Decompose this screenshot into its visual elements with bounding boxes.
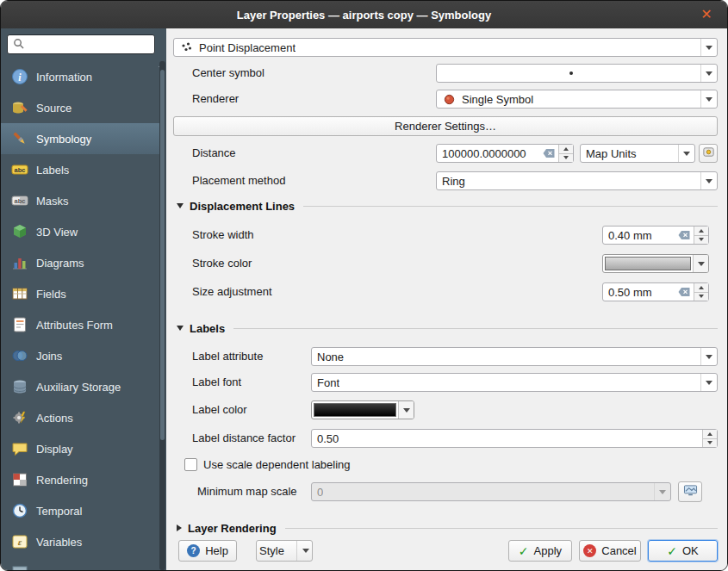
sidebar-item-attributes-form[interactable]: Attributes Form	[1, 309, 160, 340]
close-button[interactable]: ✕	[698, 6, 715, 23]
layer-rendering-group-header[interactable]: Layer Rendering	[177, 520, 718, 536]
form-icon	[11, 316, 28, 333]
sidebar-item-label: Information	[36, 71, 92, 84]
symbology-panel: Point Displacement Center symbol Rendere…	[166, 28, 728, 571]
sidebar-item-masks[interactable]: abc Masks	[1, 185, 160, 216]
spin-up-button[interactable]	[694, 227, 708, 235]
sidebar-item-labels[interactable]: abc Labels	[1, 154, 160, 185]
chevron-down-icon	[700, 90, 717, 108]
clear-backspace-icon[interactable]	[539, 148, 558, 158]
sidebar-item-fields[interactable]: Fields	[1, 278, 160, 309]
sidebar-item-display[interactable]: Display	[1, 433, 160, 464]
checkerboard-icon	[11, 471, 28, 488]
symbology-paintbrush-icon	[11, 130, 28, 147]
renderer-select[interactable]: Single Symbol	[436, 90, 718, 109]
scrollbar-thumb[interactable]	[160, 70, 165, 440]
cancel-label: Cancel	[601, 544, 636, 557]
sidebar-item-diagrams[interactable]: Diagrams	[1, 247, 160, 278]
sidebar-item-variables[interactable]: ε Variables	[1, 526, 160, 557]
renderer-settings-button[interactable]: Renderer Settings…	[173, 116, 718, 136]
spin-down-button[interactable]	[694, 235, 708, 245]
sidebar-search-input[interactable]	[7, 34, 155, 54]
spin-up-button[interactable]	[703, 430, 717, 438]
spin-down-button[interactable]	[703, 438, 717, 448]
label-distance-factor-value: 0.50	[317, 432, 339, 445]
labels-abc-icon: abc	[11, 161, 28, 178]
expand-triangle-icon	[177, 524, 182, 531]
label-distance-factor-input[interactable]: 0.50	[311, 429, 718, 448]
placement-method-label: Placement method	[192, 171, 285, 190]
renderer-value: Single Symbol	[462, 93, 533, 106]
sidebar-item-3d-view[interactable]: 3D View	[1, 216, 160, 247]
sidebar-item-partial[interactable]	[1, 557, 160, 570]
center-symbol-select[interactable]	[436, 64, 718, 83]
sidebar-item-label: Actions	[36, 412, 73, 425]
label-attribute-select[interactable]: None	[311, 347, 718, 366]
sidebar-item-temporal[interactable]: Temporal	[1, 495, 160, 526]
stroke-width-value: 0.40 mm	[608, 229, 652, 242]
distance-units-value: Map Units	[586, 147, 637, 160]
clear-backspace-icon[interactable]	[675, 230, 694, 240]
bar-chart-icon	[11, 254, 28, 271]
green-check-icon: ✓	[667, 545, 677, 557]
minimum-map-scale-value: 0	[317, 486, 323, 499]
label-color-button[interactable]	[311, 400, 414, 419]
collapse-triangle-icon	[177, 203, 184, 208]
apply-button[interactable]: ✓ Apply	[508, 540, 572, 562]
sidebar-item-rendering[interactable]: Rendering	[1, 464, 160, 495]
label-color-dropdown-button[interactable]	[398, 401, 414, 419]
placement-method-select[interactable]: Ring	[436, 171, 718, 190]
cancel-button[interactable]: ✕ Cancel	[579, 540, 641, 562]
distance-units-select[interactable]: Map Units	[580, 144, 695, 163]
renderer-type-select[interactable]: Point Displacement	[173, 38, 718, 57]
sidebar-item-label: Symbology	[36, 133, 91, 146]
size-adjustment-label: Size adjustment	[192, 282, 272, 301]
sidebar-item-label: Attributes Form	[36, 319, 113, 332]
sidebar-item-label: Rendering	[36, 474, 88, 487]
joins-venn-icon	[11, 347, 28, 364]
spin-up-button[interactable]	[694, 283, 708, 292]
size-adjustment-spinner	[694, 283, 708, 301]
sidebar-item-label: Labels	[36, 164, 69, 177]
stroke-width-input[interactable]: 0.40 mm	[602, 226, 709, 245]
placement-method-value: Ring	[442, 175, 465, 188]
data-defined-override-button[interactable]	[699, 144, 718, 163]
stroke-color-button[interactable]	[602, 254, 709, 273]
style-button[interactable]: Style	[256, 540, 313, 562]
spin-up-button[interactable]	[559, 145, 573, 153]
minimum-map-scale-input[interactable]: 0	[311, 482, 671, 501]
sidebar-item-joins[interactable]: Joins	[1, 340, 160, 371]
labels-group-header[interactable]: Labels	[177, 320, 718, 336]
sidebar-item-symbology[interactable]: Symbology	[1, 123, 160, 154]
database-stack-icon	[11, 378, 28, 395]
set-to-canvas-scale-button[interactable]	[678, 481, 702, 502]
label-font-select[interactable]: Font	[311, 373, 718, 392]
spin-down-button[interactable]	[559, 153, 573, 163]
size-adjustment-input[interactable]: 0.50 mm	[602, 282, 709, 301]
help-button[interactable]: ? Help	[178, 540, 237, 562]
distance-spinner	[558, 145, 573, 162]
style-label: Style	[259, 544, 284, 557]
single-symbol-icon	[442, 92, 456, 106]
sidebar-item-label: Source	[36, 102, 72, 115]
sidebar-item-actions[interactable]: Actions	[1, 402, 160, 433]
spin-down-button[interactable]	[694, 292, 708, 301]
help-label: Help	[205, 544, 228, 557]
title-bar: Layer Properties — airports copy — Symbo…	[1, 1, 727, 29]
sidebar-scrollbar[interactable]	[159, 61, 165, 570]
label-distance-factor-label: Label distance factor	[192, 429, 296, 448]
data-defined-icon	[702, 146, 715, 161]
group-title: Displacement Lines	[190, 200, 295, 213]
chevron-down-icon	[698, 262, 705, 266]
group-title: Labels	[190, 322, 225, 335]
scale-dependent-checkbox[interactable]	[184, 458, 197, 471]
sidebar-item-auxiliary-storage[interactable]: Auxiliary Storage	[1, 371, 160, 402]
sidebar-item-information[interactable]: i Information	[1, 61, 160, 92]
distance-input[interactable]: 100000.0000000	[436, 144, 574, 163]
sidebar-item-source[interactable]: Source	[1, 92, 160, 123]
stroke-color-dropdown-button[interactable]	[693, 255, 708, 272]
displacement-lines-group-header[interactable]: Displacement Lines	[177, 198, 718, 214]
ok-button[interactable]: ✓ OK	[648, 540, 718, 562]
clear-backspace-icon[interactable]	[675, 287, 694, 297]
dialog-title: Layer Properties — airports copy — Symbo…	[237, 9, 491, 22]
